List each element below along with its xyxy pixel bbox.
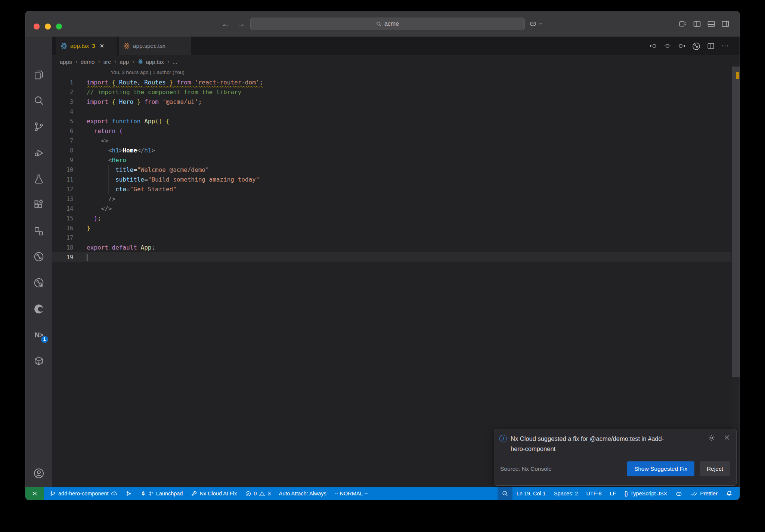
code-line-8[interactable]: 8 <h1>Home</h1> bbox=[52, 146, 731, 155]
extensions-icon[interactable] bbox=[25, 198, 52, 211]
maximize-window-button[interactable] bbox=[56, 24, 62, 30]
containers-icon[interactable] bbox=[25, 355, 52, 367]
nx-graph-icon[interactable] bbox=[25, 276, 52, 289]
cloud-upload-icon bbox=[111, 491, 117, 497]
encoding-item[interactable]: UTF-8 bbox=[582, 487, 606, 500]
remote-indicator[interactable] bbox=[25, 487, 44, 500]
code-line-18[interactable]: 18export default App; bbox=[52, 243, 731, 253]
navigate-forward-icon[interactable]: → bbox=[235, 19, 247, 28]
code-line-4[interactable]: 4 bbox=[52, 107, 731, 117]
account-icon[interactable] bbox=[25, 467, 52, 480]
toggle-panel-icon[interactable] bbox=[707, 19, 716, 28]
breadcrumb-item-app[interactable]: app bbox=[120, 59, 129, 65]
toggle-primary-sidebar-icon[interactable] bbox=[693, 19, 701, 28]
minimize-window-button[interactable] bbox=[45, 24, 51, 30]
code-text: export function App() { bbox=[87, 117, 170, 126]
code-line-9[interactable]: 9 <Hero bbox=[52, 155, 731, 165]
copilot-status-item[interactable] bbox=[671, 487, 687, 500]
code-line-2[interactable]: 2// importing the component from the lib… bbox=[52, 87, 731, 97]
code-line-14[interactable]: 14 </> bbox=[52, 204, 731, 214]
code-text: // importing the component from the libr… bbox=[87, 87, 241, 97]
code-line-11[interactable]: 11 subtitle="Build something amazing tod… bbox=[52, 175, 731, 185]
navigate-back-icon[interactable]: ← bbox=[220, 19, 232, 28]
show-suggested-fix-button[interactable]: Show Suggested Fix bbox=[627, 461, 694, 476]
linked-projects-icon[interactable] bbox=[25, 225, 52, 238]
more-actions-icon[interactable] bbox=[721, 42, 729, 51]
next-change-icon[interactable] bbox=[678, 42, 686, 51]
notifications-bell-item[interactable] bbox=[722, 487, 737, 500]
line-number: 17 bbox=[52, 233, 73, 243]
code-line-10[interactable]: 10 title="Welcmoe @acme/demo" bbox=[52, 165, 731, 175]
vim-mode-item[interactable]: -- NORMAL -- bbox=[331, 487, 372, 500]
breadcrumb-item-src[interactable]: src bbox=[103, 59, 111, 65]
eol-item[interactable]: LF bbox=[606, 487, 620, 500]
code-line-13[interactable]: 13 /> bbox=[52, 194, 731, 204]
breadcrumb-item-demo[interactable]: demo bbox=[81, 59, 95, 65]
line-number: 7 bbox=[52, 136, 73, 146]
indentation-item[interactable]: Spaces: 2 bbox=[550, 487, 582, 500]
line-number: 1 bbox=[52, 78, 73, 87]
problems-item[interactable]: 0 3 bbox=[241, 487, 275, 500]
run-target-icon[interactable] bbox=[692, 42, 701, 51]
overview-ruler-warning-marker bbox=[736, 72, 739, 79]
launchpad-item[interactable]: Launchpad bbox=[136, 487, 187, 500]
current-change-icon[interactable] bbox=[663, 42, 672, 51]
status-bar: add-hero-component Launchpad bbox=[25, 487, 740, 500]
code-text: import { Route, Routes } from 'react-rou… bbox=[87, 78, 263, 87]
reject-button[interactable]: Reject bbox=[700, 461, 730, 476]
code-line-12[interactable]: 12 cta="Get Started" bbox=[52, 185, 731, 194]
notification-close-icon[interactable] bbox=[724, 434, 730, 442]
source-control-icon[interactable] bbox=[25, 120, 52, 133]
nx-targets-icon[interactable] bbox=[25, 250, 52, 263]
breadcrumb-item-apptsx[interactable]: app.tsx bbox=[137, 59, 164, 65]
code-line-17[interactable]: 17 bbox=[52, 233, 731, 243]
toggle-secondary-sidebar-icon[interactable] bbox=[721, 19, 730, 28]
search-sidebar-icon[interactable] bbox=[25, 94, 52, 107]
code-line-19[interactable]: 19 bbox=[52, 253, 731, 262]
code-line-15[interactable]: 15 ); bbox=[52, 214, 731, 223]
close-tab-icon[interactable]: ✕ bbox=[100, 43, 105, 49]
chevron-down-icon bbox=[539, 21, 543, 26]
code-line-5[interactable]: 5export function App() { bbox=[52, 117, 731, 126]
code-line-16[interactable]: 16} bbox=[52, 223, 731, 233]
vscode-window: ← → acme bbox=[25, 11, 740, 500]
formatter-item[interactable]: Prettier bbox=[687, 487, 722, 500]
breadcrumb-item-apps[interactable]: apps bbox=[60, 59, 72, 65]
notification-settings-icon[interactable] bbox=[708, 434, 715, 442]
code-line-6[interactable]: 6 return ( bbox=[52, 126, 731, 136]
scrollbar-slider[interactable] bbox=[732, 66, 740, 377]
git-branch-item[interactable]: add-hero-component bbox=[46, 487, 121, 500]
copilot-menu[interactable] bbox=[529, 19, 543, 28]
auto-attach-item[interactable]: Auto Attach: Always bbox=[275, 487, 330, 500]
commit-graph-item[interactable] bbox=[121, 487, 136, 500]
run-debug-icon[interactable] bbox=[25, 146, 52, 159]
breadcrumb: apps›demo›src›app›app.tsx›... bbox=[60, 55, 177, 68]
command-center-search[interactable]: acme bbox=[250, 18, 525, 30]
remote-icon bbox=[31, 490, 38, 497]
nx-cloud-fix-item[interactable]: Nx Cloud AI Fix bbox=[187, 487, 241, 500]
cursor-position-item[interactable]: Ln 19, Col 1 bbox=[512, 487, 550, 500]
code-line-1[interactable]: 1import { Route, Routes } from 'react-ro… bbox=[52, 78, 731, 87]
line-number: 9 bbox=[52, 155, 73, 165]
tab-label: app.spec.tsx bbox=[133, 43, 165, 49]
indent-guide bbox=[94, 136, 94, 214]
tab-app-tsx[interactable]: app.tsx 3 ✕ bbox=[56, 37, 117, 55]
close-window-button[interactable] bbox=[34, 24, 40, 30]
blame-annotation: You, 3 hours ago | 1 author (You) bbox=[111, 69, 185, 75]
split-editor-icon[interactable] bbox=[707, 42, 715, 51]
language-mode-item[interactable]: {} TypeScript JSX bbox=[620, 487, 671, 500]
testing-icon[interactable] bbox=[25, 173, 52, 185]
previous-change-icon[interactable] bbox=[649, 42, 657, 51]
explorer-icon[interactable] bbox=[25, 68, 52, 81]
tab-app-spec-tsx[interactable]: app.spec.tsx bbox=[119, 37, 191, 55]
code-line-3[interactable]: 3import { Hero } from '@acme/ui'; bbox=[52, 97, 731, 107]
breadcrumb-item-[interactable]: ... bbox=[173, 59, 177, 65]
zoom-indicator-item[interactable] bbox=[498, 487, 512, 500]
line-number: 4 bbox=[52, 107, 73, 117]
edge-browser-icon[interactable] bbox=[25, 303, 52, 315]
nx-console-icon[interactable]: N> 1 bbox=[25, 329, 52, 341]
line-number: 14 bbox=[52, 204, 73, 214]
customize-layout-icon[interactable] bbox=[678, 19, 687, 28]
code-line-7[interactable]: 7 <> bbox=[52, 136, 731, 146]
breadcrumb-label: demo bbox=[81, 59, 95, 65]
